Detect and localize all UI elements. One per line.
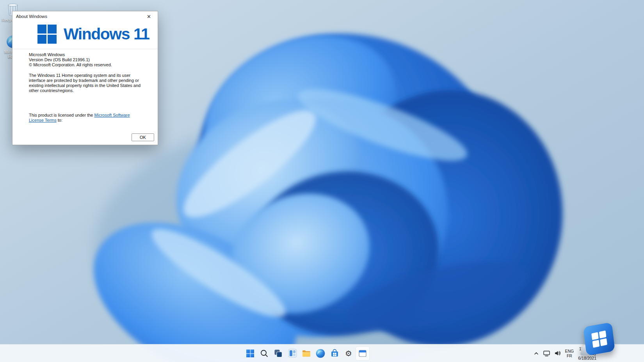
- file-explorer-button[interactable]: [299, 346, 313, 360]
- active-window-icon: [358, 349, 367, 358]
- windows-start-icon: [246, 349, 255, 358]
- volume-button[interactable]: [554, 350, 561, 356]
- search-icon: [260, 349, 269, 358]
- file-explorer-icon: [302, 349, 311, 358]
- widgets-icon: [288, 349, 297, 358]
- show-hidden-icons-button[interactable]: [534, 351, 539, 356]
- widgets-button[interactable]: [285, 346, 299, 360]
- version-text: Version Dev (OS Build 21996.1): [29, 57, 144, 62]
- taskbar-center-group: ⚙: [243, 344, 370, 362]
- language-line2: FR: [565, 353, 574, 358]
- license-text: This product is licensed under the Micro…: [29, 113, 144, 123]
- search-button[interactable]: [257, 346, 271, 360]
- language-line1: ENG: [565, 349, 574, 353]
- network-icon: [543, 350, 550, 357]
- edge-icon: [316, 349, 325, 358]
- windows-3d-logo: [585, 325, 614, 353]
- store-button[interactable]: [327, 346, 342, 360]
- volume-icon: [554, 350, 561, 356]
- dialog-titlebar[interactable]: About Windows ✕: [12, 11, 158, 21]
- windows-brand-row: Windows 11: [12, 21, 158, 44]
- language-indicator[interactable]: ENG FR: [565, 349, 574, 358]
- logo-tile: [583, 322, 615, 356]
- ok-button[interactable]: OK: [132, 133, 154, 141]
- clock-date: 6/18/2021: [578, 356, 596, 360]
- task-view-icon: [274, 349, 283, 358]
- edge-button[interactable]: [313, 346, 327, 360]
- windows-flag-icon: [37, 25, 57, 44]
- microsoft-store-icon: [330, 349, 339, 358]
- network-button[interactable]: [543, 350, 550, 357]
- windows-flag-icon: [591, 330, 607, 348]
- chevron-up-icon: [534, 351, 539, 356]
- trademark-text: The Windows 11 Home operating system and…: [29, 73, 144, 93]
- active-app-button[interactable]: [356, 346, 370, 360]
- license-prefix: This product is licensed under the: [29, 113, 94, 117]
- task-view-button[interactable]: [271, 346, 285, 360]
- taskbar: ⚙ ENG: [0, 344, 644, 362]
- settings-button[interactable]: ⚙: [342, 346, 356, 360]
- start-button[interactable]: [243, 346, 257, 360]
- license-suffix: to:: [57, 118, 62, 122]
- dialog-title: About Windows: [16, 14, 47, 19]
- gear-icon: ⚙: [345, 350, 352, 357]
- copyright-text: © Microsoft Corporation. All rights rese…: [29, 62, 144, 67]
- close-icon[interactable]: ✕: [140, 11, 158, 21]
- about-windows-dialog: About Windows ✕ Windows 11 Microsoft Win…: [12, 11, 158, 145]
- windows-11-wordmark: Windows 11: [64, 26, 149, 42]
- product-name-text: Microsoft Windows: [29, 52, 144, 57]
